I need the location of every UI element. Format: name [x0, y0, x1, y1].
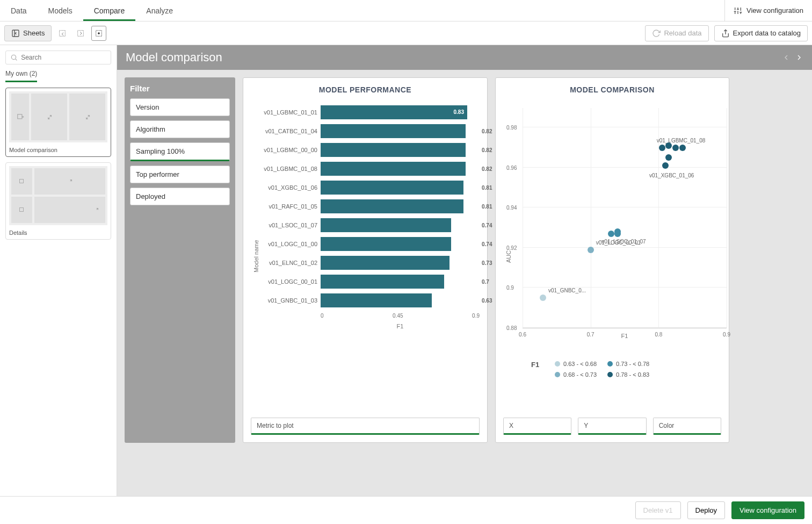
bar-row: v01_LGBMC_01_010.83: [259, 103, 480, 121]
bar-track: 0.73: [321, 256, 480, 270]
delete-button[interactable]: Delete v1: [635, 501, 681, 519]
y-tick: 0.9: [506, 285, 514, 291]
bar-track: 0.82: [321, 162, 480, 176]
legend-item[interactable]: 0.68 - < 0.73: [555, 371, 597, 378]
bar-fill[interactable]: 0.81: [321, 199, 463, 213]
add-panel-icon: [19, 207, 25, 213]
sheet-thumb: [9, 166, 107, 225]
collapse-icon-button[interactable]: [55, 26, 70, 41]
x-input[interactable]: X: [503, 418, 571, 435]
model-performance-card: MODEL PERFORMANCE Model name v01_LGBMC_0…: [243, 77, 488, 443]
bar-track: 0.82: [321, 143, 480, 157]
bar-value: 0.63: [482, 297, 492, 303]
scatter-point[interactable]: [608, 231, 614, 237]
bar-fill[interactable]: 0.82: [321, 124, 466, 138]
view-config-label: View configuration: [746, 6, 803, 15]
bar-fill[interactable]: 0.7: [321, 275, 444, 289]
bar-fill[interactable]: 0.73: [321, 256, 450, 270]
sheets-button[interactable]: Sheets: [4, 25, 52, 41]
bar-label: v01_LOGC_01_00: [259, 241, 317, 247]
bar-track: 0.81: [321, 181, 480, 195]
svg-point-16: [11, 55, 16, 59]
bar-track: 0.74: [321, 237, 480, 251]
bar-row: v01_LSOC_01_070.74: [259, 216, 480, 234]
bar-value: 0.73: [482, 260, 492, 265]
comp-x-axis-label: F1: [523, 333, 727, 339]
bar-track: 0.7: [321, 275, 480, 289]
scatter-point[interactable]: [659, 145, 665, 151]
search-input[interactable]: [21, 54, 106, 61]
scatter-point[interactable]: [614, 231, 621, 237]
bar-fill[interactable]: 0.81: [321, 181, 463, 195]
legend-item[interactable]: 0.78 - < 0.83: [607, 371, 649, 378]
metric-to-plot-input[interactable]: Metric to plot: [251, 418, 480, 435]
reload-label: Reload data: [664, 29, 701, 37]
legend-item[interactable]: 0.73 - < 0.78: [607, 361, 649, 367]
tab-data[interactable]: Data: [0, 0, 38, 21]
x-tick: 0.9: [723, 332, 730, 338]
bar-fill[interactable]: 0.82: [321, 162, 466, 176]
refresh-icon: [652, 29, 661, 38]
legend-item[interactable]: 0.63 - < 0.68: [555, 361, 597, 367]
bar-row: v01_RAFC_01_050.81: [259, 197, 480, 216]
bar-row: v01_XGBC_01_060.81: [259, 178, 480, 197]
content-header: Model comparison: [117, 45, 812, 70]
scatter-point[interactable]: [665, 142, 672, 149]
scatter-point[interactable]: [665, 154, 672, 161]
chevron-left-icon[interactable]: [782, 53, 791, 62]
y-tick: 0.94: [506, 205, 517, 211]
bar-fill[interactable]: 0.74: [321, 237, 451, 251]
scatter-point[interactable]: [540, 295, 546, 301]
sidebar-tab-myown[interactable]: My own (2): [5, 70, 37, 82]
chevron-right-icon[interactable]: [795, 53, 803, 62]
sheet-card-details[interactable]: Details: [5, 162, 111, 240]
focus-icon: [95, 29, 103, 38]
filter-item[interactable]: Algorithm: [130, 120, 230, 138]
scatter-point[interactable]: [672, 145, 679, 151]
sheet-card-model-comparison[interactable]: Model comparison: [5, 88, 111, 157]
main: My own (2) Model comparison Details: [0, 45, 812, 496]
perf-x-axis-label: F1: [321, 323, 480, 329]
nav-tabs: Data Models Compare Analyze: [0, 0, 184, 21]
filter-item[interactable]: Version: [130, 98, 230, 116]
legend-label: 0.68 - < 0.73: [563, 371, 597, 378]
bar-value: 0.81: [482, 203, 492, 209]
view-configuration-link[interactable]: View configuration: [724, 0, 812, 21]
focus-icon-button[interactable]: [91, 26, 106, 41]
y-tick: 0.98: [506, 125, 517, 131]
scatter-point[interactable]: [588, 247, 594, 253]
model-comparison-card: MODEL COMPARISON AUC 0.60.70.80.90.880.9…: [495, 77, 729, 443]
bar-label: v01_LOGC_00_01: [259, 278, 317, 285]
x-tick: 0.7: [587, 332, 595, 338]
top-nav: Data Models Compare Analyze View configu…: [0, 0, 812, 21]
legend-dot: [555, 372, 560, 377]
export-data-button[interactable]: Export data to catalog: [714, 25, 808, 41]
legend-dot: [555, 361, 560, 367]
color-input[interactable]: Color: [653, 418, 721, 435]
bar-fill[interactable]: 0.74: [321, 218, 451, 232]
scatter-point[interactable]: [662, 162, 669, 169]
bar-value: 0.7: [482, 278, 489, 284]
deploy-button[interactable]: Deploy: [687, 501, 725, 519]
filter-item[interactable]: Top performer: [130, 166, 230, 183]
reload-data-button[interactable]: Reload data: [645, 25, 708, 41]
filter-item[interactable]: Sampling 100%: [130, 142, 230, 161]
tab-compare[interactable]: Compare: [83, 0, 136, 21]
tab-models[interactable]: Models: [38, 0, 83, 21]
y-input[interactable]: Y: [578, 418, 646, 435]
collapse-icon: [58, 29, 67, 38]
bar-row: v01_LGBMC_00_000.82: [259, 140, 480, 159]
bar-fill[interactable]: 0.83: [321, 105, 467, 119]
panel-left-icon: [11, 29, 20, 38]
comp-y-axis-label: AUC: [503, 103, 512, 410]
expand-icon-button[interactable]: [73, 26, 88, 41]
bar-fill[interactable]: 0.82: [321, 143, 466, 157]
scatter-point[interactable]: [679, 145, 686, 151]
tab-analyze[interactable]: Analyze: [135, 0, 184, 21]
y-tick: 0.96: [506, 164, 517, 170]
scatter-point-label: v01_GNBC_0...: [548, 288, 586, 293]
bar-label: v01_LGBMC_01_08: [259, 166, 317, 172]
view-configuration-button[interactable]: View configuration: [731, 501, 804, 519]
bar-fill[interactable]: 0.63: [321, 293, 432, 307]
filter-item[interactable]: Deployed: [130, 188, 230, 205]
